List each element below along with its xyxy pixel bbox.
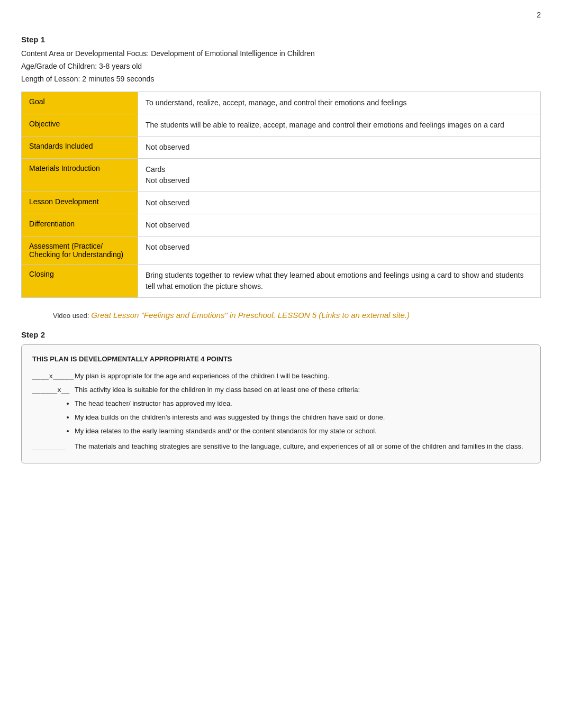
row-value: Bring students together to review what t…	[138, 265, 541, 298]
row-label: Assessment (Practice/ Checking for Under…	[22, 236, 138, 265]
check-blank-1: ____x_____	[32, 370, 75, 382]
row-label: Goal	[22, 92, 138, 114]
row-value: CardsNot observed	[138, 159, 541, 192]
age-line: Age/Grade of Children: 3-8 years old	[21, 62, 541, 70]
bullet-list: The head teacher/ instructor has approve…	[75, 398, 530, 437]
check-line-2: ______x__ This activity idea is suitable…	[32, 384, 530, 396]
row-value: Not observed	[138, 136, 541, 159]
row-value: Not observed	[138, 192, 541, 214]
row-label: Closing	[22, 265, 138, 298]
row-label: Standards Included	[22, 136, 138, 159]
bullet-item: The head teacher/ instructor has approve…	[75, 398, 530, 410]
step2-title: Step 2	[21, 330, 541, 339]
table-row: Standards IncludedNot observed	[22, 136, 541, 159]
content-area-label: Content Area or Developmental Focus:	[21, 49, 149, 58]
age-label: Age/Grade of Children:	[21, 62, 97, 70]
check-text-1: My plan is appropriate for the age and e…	[75, 370, 530, 382]
check-blank-3: ________	[32, 441, 75, 452]
length-line: Length of Lesson: 2 minutes 59 seconds	[21, 75, 541, 83]
dev-box: THIS PLAN IS DEVELOPMENTALLY APPROPRIATE…	[21, 344, 541, 463]
check-blank-2: ______x__	[32, 384, 75, 396]
row-label: Objective	[22, 114, 138, 136]
check-line-3: ________ The materials and teaching stra…	[32, 441, 530, 452]
table-row: Materials IntroductionCardsNot observed	[22, 159, 541, 192]
age-value: 3-8 years old	[99, 62, 142, 70]
row-value: The students will be able to realize, ac…	[138, 114, 541, 136]
dev-box-title: THIS PLAN IS DEVELOPMENTALLY APPROPRIATE…	[32, 353, 530, 365]
table-row: ObjectiveThe students will be able to re…	[22, 114, 541, 136]
content-area-value: Development of Emotional Intelligence in…	[151, 49, 315, 58]
table-row: Lesson DevelopmentNot observed	[22, 192, 541, 214]
length-value: 2 minutes 59 seconds	[82, 75, 154, 83]
video-prefix: Video used:	[53, 312, 89, 320]
table-row: Assessment (Practice/ Checking for Under…	[22, 236, 541, 265]
step1-title: Step 1	[21, 35, 541, 44]
row-value: Not observed	[138, 214, 541, 236]
bullet-item: My idea relates to the early learning st…	[75, 425, 530, 437]
check-line-1: ____x_____ My plan is appropriate for th…	[32, 370, 530, 382]
content-area-line: Content Area or Developmental Focus: Dev…	[21, 49, 541, 58]
video-section: Video used: Great Lesson "Feelings and E…	[53, 311, 541, 320]
table-row: DifferentiationNot observed	[22, 214, 541, 236]
row-value: Not observed	[138, 236, 541, 265]
table-row: ClosingBring students together to review…	[22, 265, 541, 298]
row-label: Differentiation	[22, 214, 138, 236]
row-label: Materials Introduction	[22, 159, 138, 192]
row-label: Lesson Development	[22, 192, 138, 214]
video-link[interactable]: Great Lesson "Feelings and Emotions" in …	[91, 311, 410, 320]
lesson-table: GoalTo understand, realize, accept, mana…	[21, 92, 541, 298]
length-label: Length of Lesson:	[21, 75, 80, 83]
check-text-3: The materials and teaching strategies ar…	[75, 441, 530, 452]
check-text-2: This activity idea is suitable for the c…	[75, 384, 530, 396]
table-row: GoalTo understand, realize, accept, mana…	[22, 92, 541, 114]
bullet-item: My idea builds on the children's interes…	[75, 412, 530, 423]
page-number: 2	[21, 11, 541, 19]
row-value: To understand, realize, accept, manage, …	[138, 92, 541, 114]
